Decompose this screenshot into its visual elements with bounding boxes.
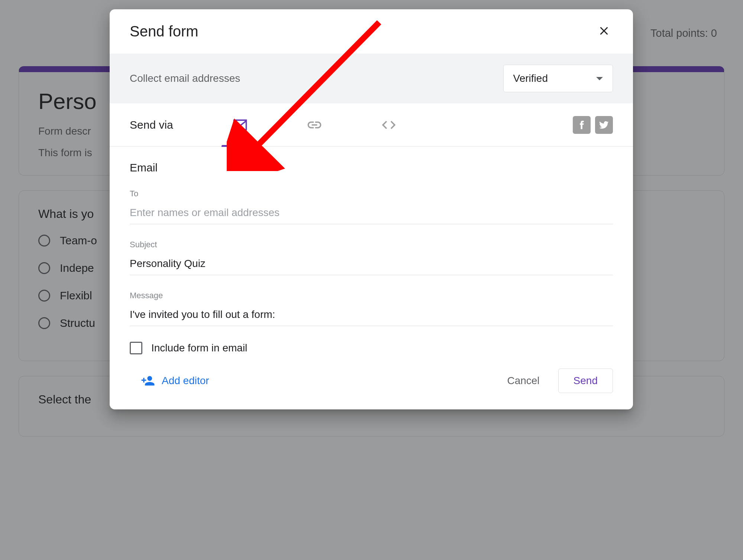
subject-label: Subject bbox=[130, 240, 613, 250]
add-editor-label: Add editor bbox=[162, 375, 209, 387]
share-twitter-button[interactable] bbox=[595, 116, 613, 134]
link-icon bbox=[306, 117, 323, 133]
collect-email-label: Collect email addresses bbox=[130, 73, 240, 84]
collect-email-row: Collect email addresses Verified bbox=[110, 54, 633, 103]
send-via-tabs bbox=[203, 103, 426, 147]
cancel-button[interactable]: Cancel bbox=[497, 370, 549, 392]
send-via-row: Send via bbox=[110, 103, 633, 147]
send-button[interactable]: Send bbox=[558, 368, 613, 393]
person-add-icon bbox=[141, 374, 155, 388]
collect-email-select[interactable]: Verified bbox=[503, 65, 613, 92]
send-via-label: Send via bbox=[130, 119, 173, 131]
select-value: Verified bbox=[513, 73, 548, 84]
send-form-modal: Send form Collect email addresses Verifi… bbox=[110, 9, 633, 409]
include-form-label: Include form in email bbox=[151, 342, 247, 354]
message-field: Message bbox=[130, 291, 613, 326]
to-input[interactable] bbox=[130, 204, 613, 224]
to-field: To bbox=[130, 189, 613, 224]
email-icon bbox=[232, 117, 248, 133]
chevron-down-icon bbox=[596, 77, 603, 80]
twitter-icon bbox=[598, 119, 610, 131]
tab-embed[interactable] bbox=[352, 103, 426, 147]
modal-actions: Add editor Cancel Send bbox=[110, 358, 633, 409]
facebook-icon bbox=[576, 119, 587, 131]
social-share bbox=[573, 116, 613, 134]
tab-email[interactable] bbox=[203, 103, 277, 147]
modal-header: Send form bbox=[110, 9, 633, 54]
add-editor-button[interactable]: Add editor bbox=[141, 374, 209, 388]
email-tab-body: Email To Subject Message Include form in… bbox=[110, 147, 633, 358]
subject-input[interactable] bbox=[130, 255, 613, 275]
tab-link[interactable] bbox=[277, 103, 352, 147]
include-form-row[interactable]: Include form in email bbox=[130, 342, 613, 354]
message-input[interactable] bbox=[130, 306, 613, 326]
close-button[interactable] bbox=[595, 22, 613, 41]
message-label: Message bbox=[130, 291, 613, 300]
to-label: To bbox=[130, 189, 613, 199]
subject-field: Subject bbox=[130, 240, 613, 275]
modal-title: Send form bbox=[130, 23, 198, 40]
checkbox-icon bbox=[130, 342, 142, 354]
share-facebook-button[interactable] bbox=[573, 116, 591, 134]
embed-icon bbox=[381, 117, 397, 133]
close-icon bbox=[597, 24, 611, 38]
email-section-title: Email bbox=[130, 161, 613, 174]
